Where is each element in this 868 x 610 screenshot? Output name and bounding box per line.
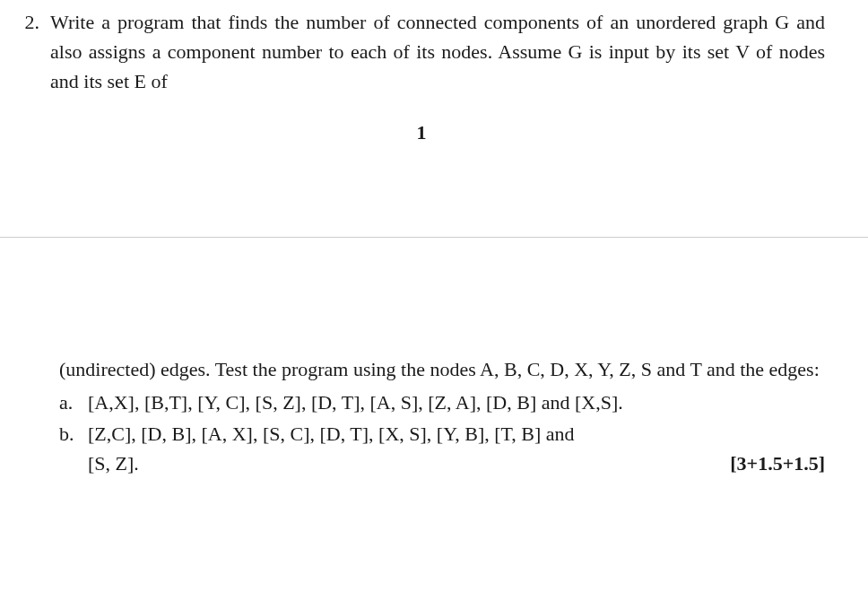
subitem-a-label: a. bbox=[59, 388, 88, 417]
page-gap bbox=[0, 147, 868, 237]
subitem-a-content: [A,X], [B,T], [Y, C], [S, Z], [D, T], [A… bbox=[88, 388, 825, 417]
subitem-b: b. [Z,C], [D, B], [A, X], [S, C], [D, T]… bbox=[59, 419, 825, 478]
subitem-b-line2: [S, Z]. bbox=[88, 449, 712, 478]
question-text-part1: Write a program that finds the number of… bbox=[50, 7, 825, 96]
question-text-part2: (undirected) edges. Test the program usi… bbox=[59, 354, 825, 384]
question-number: 2. bbox=[18, 7, 50, 37]
subitem-a: a. [A,X], [B,T], [Y, C], [S, Z], [D, T],… bbox=[59, 388, 825, 417]
question-block: 2. Write a program that finds the number… bbox=[18, 7, 825, 96]
subitem-b-line1: [Z,C], [D, B], [A, X], [S, C], [D, T], [… bbox=[88, 419, 825, 449]
marks: [3+1.5+1.5] bbox=[712, 449, 825, 478]
subitem-b-label: b. bbox=[59, 419, 88, 449]
subitem-b-content: [Z,C], [D, B], [A, X], [S, C], [D, T], [… bbox=[88, 419, 825, 478]
page-number: 1 bbox=[18, 118, 825, 147]
